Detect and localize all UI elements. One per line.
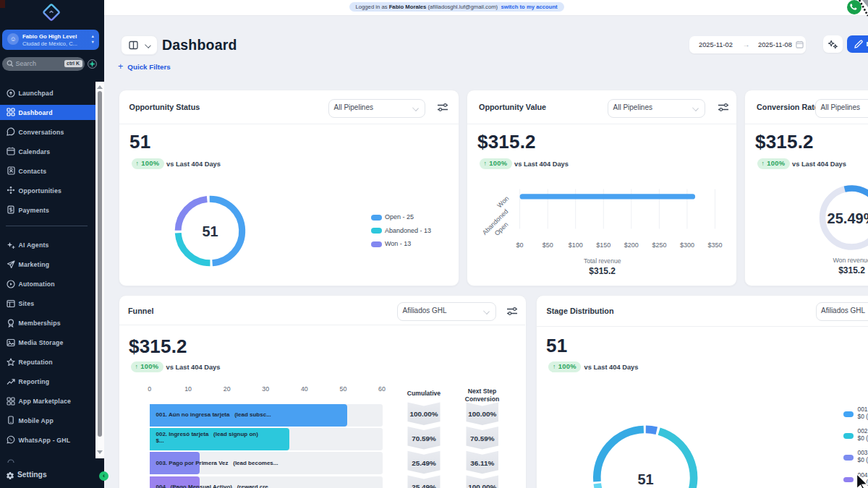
svg-text:25.49%: 25.49%	[412, 483, 436, 488]
svg-text:100.00%: 100.00%	[410, 410, 438, 418]
svg-text:$350: $350	[707, 241, 722, 249]
svg-text:$50: $50	[542, 241, 553, 249]
svg-text:Total revenue: Total revenue	[584, 257, 621, 265]
svg-text:25.49%: 25.49%	[412, 459, 436, 467]
svg-text:$315.2: $315.2	[589, 266, 616, 276]
svg-text:Won: Won	[495, 194, 510, 209]
svg-text:51: 51	[202, 223, 218, 239]
svg-text:36.11%: 36.11%	[470, 459, 494, 467]
svg-text:$200: $200	[624, 241, 639, 249]
svg-text:Next Step: Next Step	[468, 388, 497, 395]
svg-text:70.59%: 70.59%	[412, 435, 436, 442]
svg-text:100.00%: 100.00%	[468, 410, 496, 418]
svg-text:$150: $150	[596, 241, 610, 249]
svg-text:70.59%: 70.59%	[470, 435, 495, 442]
svg-text:25.49%: 25.49%	[827, 210, 868, 226]
svg-text:$100: $100	[569, 241, 583, 249]
svg-text:51: 51	[637, 471, 653, 487]
svg-text:Cumulative: Cumulative	[407, 390, 441, 397]
svg-text:100.00%: 100.00%	[468, 483, 496, 488]
svg-text:Conversion: Conversion	[465, 395, 499, 403]
svg-text:Won revenue: Won revenue	[833, 257, 868, 264]
svg-text:$0: $0	[516, 241, 524, 249]
svg-text:$315.2: $315.2	[838, 265, 865, 275]
svg-text:$300: $300	[680, 241, 694, 249]
svg-text:$250: $250	[652, 241, 666, 249]
